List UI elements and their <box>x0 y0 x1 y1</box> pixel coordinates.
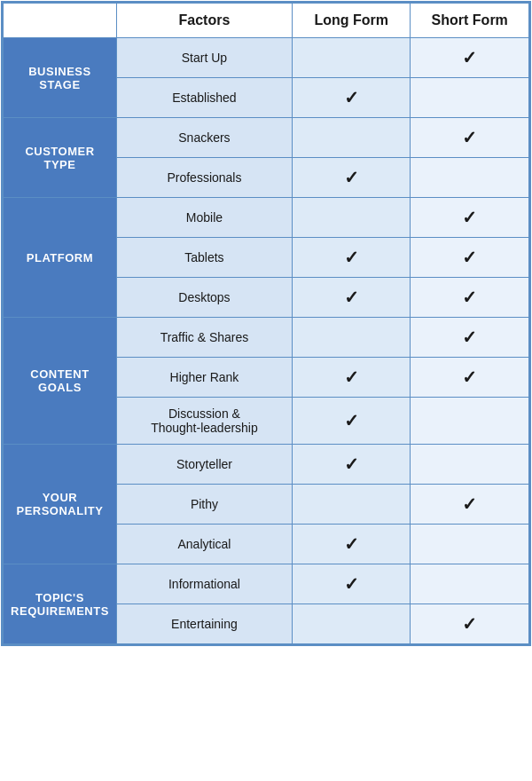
category-cell: YOUR PERSONALITY <box>4 445 117 564</box>
factor-cell: Higher Rank <box>116 358 292 398</box>
table-row: TOPIC'S REQUIREMENTSInformational✓ <box>4 564 529 604</box>
factor-cell: Mobile <box>116 198 292 238</box>
table-row: YOUR PERSONALITYStoryteller✓ <box>4 445 529 485</box>
header-empty <box>4 4 117 38</box>
long-form-cell: ✓ <box>292 525 410 564</box>
checkmark-long: ✓ <box>344 454 359 474</box>
factor-cell: Established <box>116 78 292 118</box>
checkmark-long: ✓ <box>344 534 359 554</box>
category-cell: CONTENT GOALS <box>4 318 117 445</box>
checkmark-long: ✓ <box>344 88 359 107</box>
checkmark-short: ✓ <box>462 248 477 267</box>
short-form-cell: ✓ <box>411 238 529 278</box>
checkmark-long: ✓ <box>344 288 359 307</box>
checkmark-short: ✓ <box>462 327 477 347</box>
checkmark-short: ✓ <box>462 208 477 227</box>
factor-cell: Desktops <box>116 278 292 318</box>
short-form-cell: ✓ <box>411 485 529 525</box>
table-row: BUSINESS STAGEStart Up✓ <box>4 38 529 78</box>
long-form-cell <box>292 604 410 644</box>
header-shortform: Short Form <box>411 4 529 38</box>
short-form-cell <box>411 78 529 118</box>
long-form-cell: ✓ <box>292 398 410 445</box>
short-form-cell: ✓ <box>411 38 529 78</box>
long-form-cell <box>292 318 410 358</box>
checkmark-short: ✓ <box>462 494 477 514</box>
factor-cell: Start Up <box>116 38 292 78</box>
short-form-cell <box>411 158 529 198</box>
short-form-cell <box>411 398 529 445</box>
short-form-cell: ✓ <box>411 358 529 398</box>
long-form-cell: ✓ <box>292 564 410 604</box>
table-row: CUSTOMER TYPESnackers✓ <box>4 118 529 158</box>
factor-cell: Entertaining <box>116 604 292 644</box>
long-form-cell: ✓ <box>292 78 410 118</box>
short-form-cell: ✓ <box>411 604 529 644</box>
short-form-cell <box>411 445 529 485</box>
long-form-cell: ✓ <box>292 158 410 198</box>
short-form-cell: ✓ <box>411 198 529 238</box>
long-form-cell: ✓ <box>292 445 410 485</box>
checkmark-short: ✓ <box>462 367 477 387</box>
factor-cell: Snackers <box>116 118 292 158</box>
header-factors: Factors <box>116 4 292 38</box>
short-form-cell: ✓ <box>411 118 529 158</box>
checkmark-long: ✓ <box>344 168 359 187</box>
factor-cell: Storyteller <box>116 445 292 485</box>
long-form-cell: ✓ <box>292 278 410 318</box>
category-cell: TOPIC'S REQUIREMENTS <box>4 564 117 644</box>
factor-cell: Discussion & Thought-leadership <box>116 398 292 445</box>
checkmark-short: ✓ <box>462 48 477 67</box>
checkmark-long: ✓ <box>344 248 359 267</box>
checkmark-long: ✓ <box>344 411 359 430</box>
checkmark-short: ✓ <box>462 614 477 634</box>
factor-cell: Informational <box>116 564 292 604</box>
short-form-cell: ✓ <box>411 278 529 318</box>
long-form-cell: ✓ <box>292 358 410 398</box>
short-form-cell <box>411 564 529 604</box>
header-row: Factors Long Form Short Form <box>4 4 529 38</box>
factor-cell: Pithy <box>116 485 292 525</box>
long-form-cell <box>292 118 410 158</box>
short-form-cell <box>411 525 529 564</box>
checkmark-long: ✓ <box>344 367 359 387</box>
checkmark-long: ✓ <box>344 574 359 594</box>
short-form-cell: ✓ <box>411 318 529 358</box>
table-row: PLATFORMMobile✓ <box>4 198 529 238</box>
header-longform: Long Form <box>292 4 410 38</box>
table-row: CONTENT GOALSTraffic & Shares✓ <box>4 318 529 358</box>
category-cell: BUSINESS STAGE <box>4 38 117 118</box>
long-form-cell <box>292 38 410 78</box>
checkmark-short: ✓ <box>462 128 477 147</box>
checkmark-short: ✓ <box>462 288 477 307</box>
long-form-cell: ✓ <box>292 238 410 278</box>
category-cell: PLATFORM <box>4 198 117 318</box>
long-form-cell <box>292 485 410 525</box>
long-form-cell <box>292 198 410 238</box>
category-cell: CUSTOMER TYPE <box>4 118 117 198</box>
factor-cell: Tablets <box>116 238 292 278</box>
factor-cell: Analytical <box>116 525 292 564</box>
factor-cell: Professionals <box>116 158 292 198</box>
factor-cell: Traffic & Shares <box>116 318 292 358</box>
comparison-table: Factors Long Form Short Form BUSINESS ST… <box>1 1 531 646</box>
